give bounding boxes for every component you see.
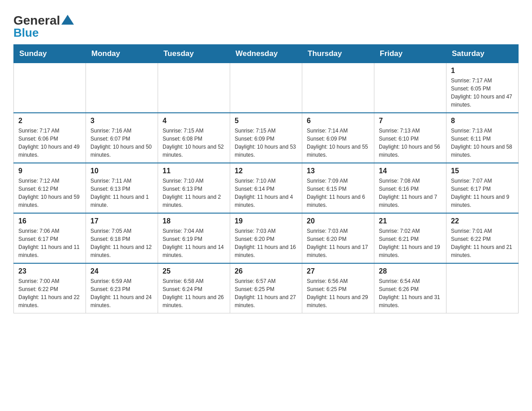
calendar-cell: 27Sunrise: 6:56 AMSunset: 6:25 PMDayligh… bbox=[302, 263, 374, 313]
calendar-week-row: 9Sunrise: 7:12 AMSunset: 6:12 PMDaylight… bbox=[14, 163, 519, 213]
day-number: 1 bbox=[451, 67, 514, 75]
column-header-friday: Friday bbox=[374, 45, 446, 63]
calendar-cell: 9Sunrise: 7:12 AMSunset: 6:12 PMDaylight… bbox=[14, 163, 86, 213]
calendar-week-row: 1Sunrise: 7:17 AMSunset: 6:05 PMDaylight… bbox=[14, 63, 519, 113]
day-number: 22 bbox=[451, 217, 514, 225]
calendar-cell: 24Sunrise: 6:59 AMSunset: 6:23 PMDayligh… bbox=[86, 263, 158, 313]
day-info: Sunrise: 7:10 AMSunset: 6:14 PMDaylight:… bbox=[235, 177, 297, 209]
calendar-week-row: 2Sunrise: 7:17 AMSunset: 6:06 PMDaylight… bbox=[14, 113, 519, 163]
day-info: Sunrise: 6:54 AMSunset: 6:26 PMDaylight:… bbox=[379, 277, 442, 309]
calendar-cell: 18Sunrise: 7:04 AMSunset: 6:19 PMDayligh… bbox=[158, 213, 230, 263]
day-number: 24 bbox=[90, 267, 153, 275]
column-header-tuesday: Tuesday bbox=[158, 45, 230, 63]
day-info: Sunrise: 7:08 AMSunset: 6:16 PMDaylight:… bbox=[379, 177, 442, 209]
calendar-cell: 19Sunrise: 7:03 AMSunset: 6:20 PMDayligh… bbox=[230, 213, 302, 263]
calendar-cell bbox=[230, 63, 302, 113]
day-info: Sunrise: 7:06 AMSunset: 6:17 PMDaylight:… bbox=[18, 227, 81, 259]
day-number: 23 bbox=[18, 267, 81, 275]
calendar-cell: 12Sunrise: 7:10 AMSunset: 6:14 PMDayligh… bbox=[230, 163, 302, 213]
logo-wordmark: General Blue bbox=[13, 13, 74, 40]
column-header-monday: Monday bbox=[86, 45, 158, 63]
calendar-cell bbox=[446, 263, 519, 313]
calendar-cell: 23Sunrise: 7:00 AMSunset: 6:22 PMDayligh… bbox=[14, 263, 86, 313]
calendar-cell bbox=[86, 63, 158, 113]
day-number: 3 bbox=[90, 117, 153, 125]
logo-triangle-icon bbox=[61, 15, 74, 25]
calendar-cell: 14Sunrise: 7:08 AMSunset: 6:16 PMDayligh… bbox=[374, 163, 446, 213]
calendar-cell: 15Sunrise: 7:07 AMSunset: 6:17 PMDayligh… bbox=[446, 163, 519, 213]
day-number: 28 bbox=[379, 267, 442, 275]
day-number: 7 bbox=[379, 117, 442, 125]
day-number: 2 bbox=[18, 117, 81, 125]
day-number: 20 bbox=[307, 217, 369, 225]
calendar-cell: 28Sunrise: 6:54 AMSunset: 6:26 PMDayligh… bbox=[374, 263, 446, 313]
calendar-cell: 26Sunrise: 6:57 AMSunset: 6:25 PMDayligh… bbox=[230, 263, 302, 313]
calendar-cell: 21Sunrise: 7:02 AMSunset: 6:21 PMDayligh… bbox=[374, 213, 446, 263]
day-info: Sunrise: 7:14 AMSunset: 6:09 PMDaylight:… bbox=[307, 127, 369, 159]
day-info: Sunrise: 7:16 AMSunset: 6:07 PMDaylight:… bbox=[90, 127, 153, 159]
day-info: Sunrise: 7:11 AMSunset: 6:13 PMDaylight:… bbox=[90, 177, 153, 209]
day-number: 18 bbox=[163, 217, 225, 225]
day-number: 15 bbox=[451, 167, 514, 175]
logo-blue-text: Blue bbox=[13, 26, 74, 40]
day-number: 21 bbox=[379, 217, 442, 225]
calendar-cell: 1Sunrise: 7:17 AMSunset: 6:05 PMDaylight… bbox=[446, 63, 519, 113]
day-info: Sunrise: 6:57 AMSunset: 6:25 PMDaylight:… bbox=[235, 277, 297, 309]
calendar-cell: 10Sunrise: 7:11 AMSunset: 6:13 PMDayligh… bbox=[86, 163, 158, 213]
calendar-cell: 16Sunrise: 7:06 AMSunset: 6:17 PMDayligh… bbox=[14, 213, 86, 263]
day-number: 6 bbox=[307, 117, 369, 125]
day-number: 10 bbox=[90, 167, 153, 175]
day-info: Sunrise: 6:58 AMSunset: 6:24 PMDaylight:… bbox=[163, 277, 225, 309]
calendar-cell: 8Sunrise: 7:13 AMSunset: 6:11 PMDaylight… bbox=[446, 113, 519, 163]
day-info: Sunrise: 7:07 AMSunset: 6:17 PMDaylight:… bbox=[451, 177, 514, 209]
day-number: 8 bbox=[451, 117, 514, 125]
day-info: Sunrise: 7:09 AMSunset: 6:15 PMDaylight:… bbox=[307, 177, 369, 209]
day-number: 26 bbox=[235, 267, 297, 275]
day-number: 9 bbox=[18, 167, 81, 175]
calendar-cell: 5Sunrise: 7:15 AMSunset: 6:09 PMDaylight… bbox=[230, 113, 302, 163]
day-number: 11 bbox=[163, 167, 225, 175]
logo: General Blue bbox=[13, 13, 74, 40]
day-number: 25 bbox=[163, 267, 225, 275]
column-header-thursday: Thursday bbox=[302, 45, 374, 63]
day-info: Sunrise: 7:15 AMSunset: 6:08 PMDaylight:… bbox=[163, 127, 225, 159]
calendar-week-row: 23Sunrise: 7:00 AMSunset: 6:22 PMDayligh… bbox=[14, 263, 519, 313]
day-info: Sunrise: 7:17 AMSunset: 6:05 PMDaylight:… bbox=[451, 77, 514, 109]
day-info: Sunrise: 7:10 AMSunset: 6:13 PMDaylight:… bbox=[163, 177, 225, 209]
day-number: 14 bbox=[379, 167, 442, 175]
calendar-cell bbox=[14, 63, 86, 113]
day-number: 4 bbox=[163, 117, 225, 125]
calendar-cell: 7Sunrise: 7:13 AMSunset: 6:10 PMDaylight… bbox=[374, 113, 446, 163]
day-info: Sunrise: 7:15 AMSunset: 6:09 PMDaylight:… bbox=[235, 127, 297, 159]
day-info: Sunrise: 7:12 AMSunset: 6:12 PMDaylight:… bbox=[18, 177, 81, 209]
column-header-saturday: Saturday bbox=[446, 45, 519, 63]
calendar-cell: 17Sunrise: 7:05 AMSunset: 6:18 PMDayligh… bbox=[86, 213, 158, 263]
logo-general-text: General bbox=[13, 13, 74, 27]
calendar-cell: 25Sunrise: 6:58 AMSunset: 6:24 PMDayligh… bbox=[158, 263, 230, 313]
column-header-sunday: Sunday bbox=[14, 45, 86, 63]
day-info: Sunrise: 7:13 AMSunset: 6:11 PMDaylight:… bbox=[451, 127, 514, 159]
day-info: Sunrise: 7:02 AMSunset: 6:21 PMDaylight:… bbox=[379, 227, 442, 259]
day-number: 5 bbox=[235, 117, 297, 125]
calendar-cell: 11Sunrise: 7:10 AMSunset: 6:13 PMDayligh… bbox=[158, 163, 230, 213]
column-header-wednesday: Wednesday bbox=[230, 45, 302, 63]
calendar-cell: 13Sunrise: 7:09 AMSunset: 6:15 PMDayligh… bbox=[302, 163, 374, 213]
day-number: 27 bbox=[307, 267, 369, 275]
day-number: 13 bbox=[307, 167, 369, 175]
calendar-cell: 2Sunrise: 7:17 AMSunset: 6:06 PMDaylight… bbox=[14, 113, 86, 163]
calendar-header-row: SundayMondayTuesdayWednesdayThursdayFrid… bbox=[14, 45, 519, 63]
day-info: Sunrise: 7:00 AMSunset: 6:22 PMDaylight:… bbox=[18, 277, 81, 309]
day-number: 12 bbox=[235, 167, 297, 175]
calendar-cell bbox=[302, 63, 374, 113]
calendar-cell: 6Sunrise: 7:14 AMSunset: 6:09 PMDaylight… bbox=[302, 113, 374, 163]
calendar-cell: 22Sunrise: 7:01 AMSunset: 6:22 PMDayligh… bbox=[446, 213, 519, 263]
calendar-week-row: 16Sunrise: 7:06 AMSunset: 6:17 PMDayligh… bbox=[14, 213, 519, 263]
day-info: Sunrise: 7:05 AMSunset: 6:18 PMDaylight:… bbox=[90, 227, 153, 259]
page-header: General Blue bbox=[13, 9, 519, 40]
calendar-cell bbox=[158, 63, 230, 113]
day-info: Sunrise: 7:01 AMSunset: 6:22 PMDaylight:… bbox=[451, 227, 514, 259]
day-info: Sunrise: 7:13 AMSunset: 6:10 PMDaylight:… bbox=[379, 127, 442, 159]
day-info: Sunrise: 7:03 AMSunset: 6:20 PMDaylight:… bbox=[307, 227, 369, 259]
calendar-table: SundayMondayTuesdayWednesdayThursdayFrid… bbox=[13, 44, 519, 313]
day-number: 19 bbox=[235, 217, 297, 225]
